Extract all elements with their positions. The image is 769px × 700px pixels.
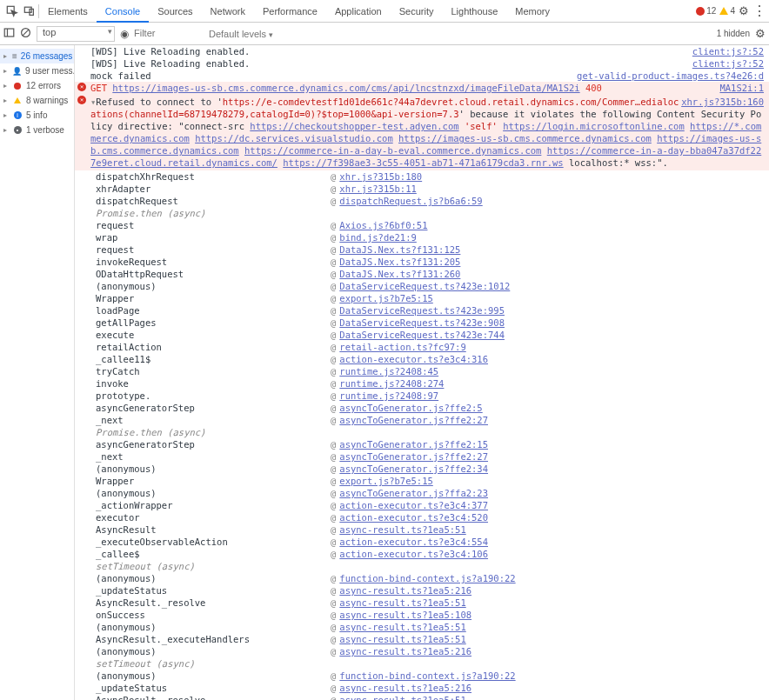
csp-origin-link[interactable]: https://commerce-in-a-day-b-eval.commerc… <box>244 145 541 156</box>
request-url[interactable]: https://images-us-sb.cms.commerce.dynami… <box>112 83 579 93</box>
source-link[interactable]: get-valid-product-images.ts?4e26:d <box>577 70 764 81</box>
sidebar-item-user[interactable]: ▸9 user mess... <box>0 63 74 78</box>
frame-location-link[interactable]: async-result.ts?1ea5:216 <box>339 585 471 596</box>
frame-location-link[interactable]: DataServiceRequest.ts?423e:1012 <box>339 281 510 291</box>
sidebar-item-info[interactable]: ▸i5 info <box>0 108 74 123</box>
frame-location-link[interactable]: async-result.ts?1ea5:51 <box>339 597 465 608</box>
frame-location-link[interactable]: asyncToGenerator.js?ffe2:27 <box>339 451 488 462</box>
stack-frame: Wrapper@export.js?b7e5:15 <box>75 292 769 304</box>
user-icon <box>12 67 22 76</box>
frame-location-link[interactable]: DataJS.Nex.ts?f131:125 <box>339 244 460 255</box>
frame-location-link[interactable]: async-result.ts?1ea5:51 <box>339 622 465 632</box>
frame-location-link[interactable]: async-result.ts?1ea5:51 <box>339 634 465 644</box>
frame-location-link[interactable]: action-executor.ts?e3c4:316 <box>339 354 488 364</box>
sidebar-item-verbose[interactable]: ▸•1 verbose <box>0 123 74 137</box>
inspect-icon[interactable] <box>3 3 21 20</box>
tab-sources[interactable]: Sources <box>149 0 201 23</box>
frame-location-link[interactable]: function-bind-context.js?a190:22 <box>339 573 515 583</box>
tab-application[interactable]: Application <box>326 0 391 23</box>
sidebar-item-error[interactable]: ▸12 errors <box>0 78 74 93</box>
svg-rect-1 <box>24 7 31 12</box>
csp-origin-link[interactable]: https://login.microsoftonline.com <box>503 121 685 131</box>
source-link[interactable]: MA1S2i:1 <box>719 83 764 93</box>
frame-location-link[interactable]: action-executor.ts?e3c4:520 <box>339 512 488 523</box>
frame-location-link[interactable]: asyncToGenerator.js?ffa2:23 <box>339 488 488 498</box>
tab-console[interactable]: Console <box>97 0 149 23</box>
log-row: [WDS] Live Reloading enabled.client:js?:… <box>75 57 769 70</box>
frame-location-link[interactable]: action-executor.ts?e3c4:106 <box>339 549 488 559</box>
sidebar-item-label: 12 errors <box>26 81 61 90</box>
at-icon: @ <box>331 524 336 535</box>
at-icon: @ <box>331 354 336 364</box>
at-icon: @ <box>331 232 336 243</box>
at-icon: @ <box>331 646 336 657</box>
frame-location-link[interactable]: retail-action.ts?fc97:9 <box>339 342 465 352</box>
frame-location-link[interactable]: bind.js?de21:9 <box>339 232 417 243</box>
frame-location-link[interactable]: action-executor.ts?e3c4:377 <box>339 500 488 510</box>
clear-console-icon[interactable] <box>20 27 31 40</box>
frame-location-link[interactable]: action-executor.ts?e3c4:554 <box>339 537 488 547</box>
stack-frame: dispatchRequest@dispatchRequest.js?b6a6:… <box>75 195 769 207</box>
frame-location-link[interactable]: runtime.js?2408:45 <box>339 366 438 377</box>
live-expression-icon[interactable]: ◉ <box>120 28 129 40</box>
frame-location-link[interactable]: function-bind-context.js?a190:22 <box>339 670 515 681</box>
source-link[interactable]: client:js?:52 <box>692 58 764 69</box>
filter-input[interactable] <box>134 28 204 39</box>
tab-performance[interactable]: Performance <box>254 0 326 23</box>
frame-location-link[interactable]: DataJS.Nex.ts?f131:260 <box>339 269 460 279</box>
frame-location-link[interactable]: runtime.js?2408:97 <box>339 390 438 401</box>
csp-origin-link[interactable]: https://images-us-sb.cms.commerce.dynami… <box>398 133 652 143</box>
frame-location-link[interactable]: DataServiceRequest.ts?423e:908 <box>339 317 505 328</box>
device-toggle-icon[interactable] <box>21 3 38 20</box>
at-icon: @ <box>331 476 336 486</box>
context-dropdown[interactable]: top <box>37 26 115 42</box>
frame-location-link[interactable]: async-result.ts?1ea5:108 <box>339 610 471 620</box>
frame-location-link[interactable]: async-result.ts?1ea5:216 <box>339 646 471 657</box>
sidebar-item-warning[interactable]: ▸8 warnings <box>0 93 74 108</box>
warning-count[interactable]: 4 <box>719 6 735 16</box>
frame-location-link[interactable]: DataServiceRequest.ts?423e:744 <box>339 330 505 340</box>
stack-frame: AsyncResult._resolve@async-result.ts?1ea… <box>75 597 769 609</box>
stack-frame: asyncGeneratorStep@asyncToGenerator.js?f… <box>75 402 769 414</box>
frame-location-link[interactable]: xhr.js?315b:180 <box>339 171 422 182</box>
error-count[interactable]: 12 <box>696 6 716 16</box>
sidebar-item-messages[interactable]: ▸≡26 messages <box>0 49 74 63</box>
frame-location-link[interactable]: async-result.ts?1ea5:51 <box>339 524 465 535</box>
stack-frame: AsyncResult@async-result.ts?1ea5:51 <box>75 523 769 536</box>
tab-memory[interactable]: Memory <box>506 0 558 23</box>
frame-location-link[interactable]: DataServiceRequest.ts?423e:995 <box>339 305 505 316</box>
frame-location-link[interactable]: dispatchRequest.js?b6a6:59 <box>339 196 482 206</box>
frame-location-link[interactable]: export.js?b7e5:15 <box>339 293 432 303</box>
levels-dropdown[interactable]: Default levels <box>209 29 273 39</box>
frame-location-link[interactable]: Axios.js?6bf0:51 <box>339 220 427 230</box>
frame-location-link[interactable]: asyncToGenerator.js?ffe2:5 <box>339 403 482 413</box>
frame-location-link[interactable]: export.js?b7e5:15 <box>339 476 432 486</box>
frame-location-link[interactable]: xhr.js?315b:11 <box>339 183 417 194</box>
tab-security[interactable]: Security <box>391 0 443 23</box>
at-icon: @ <box>331 305 336 316</box>
frame-location-link[interactable]: asyncToGenerator.js?ffe2:27 <box>339 415 488 425</box>
csp-origin-link[interactable]: https://dc.services.visualstudio.com <box>195 133 393 143</box>
at-icon: @ <box>331 378 336 389</box>
console-settings-icon[interactable]: ⚙ <box>755 27 766 40</box>
more-icon[interactable]: ⋮ <box>752 3 766 19</box>
tab-lighthouse[interactable]: Lighthouse <box>442 0 506 23</box>
hidden-count[interactable]: 1 hidden <box>717 29 750 38</box>
sidebar-item-label: 1 verbose <box>26 125 64 135</box>
stack-frame: _next@asyncToGenerator.js?ffe2:27 <box>75 450 769 463</box>
sidebar-toggle-icon[interactable] <box>3 27 15 40</box>
frame-location-link[interactable]: async-result.ts?1ea5:51 <box>339 695 465 700</box>
frame-location-link[interactable]: runtime.js?2408:274 <box>339 378 444 389</box>
frame-location-link[interactable]: asyncToGenerator.js?ffe2:15 <box>339 439 488 450</box>
at-icon: @ <box>331 220 336 230</box>
settings-icon[interactable]: ⚙ <box>739 4 749 17</box>
frame-location-link[interactable]: async-result.ts?1ea5:216 <box>339 683 471 693</box>
tab-elements[interactable]: Elements <box>39 0 97 23</box>
frame-location-link[interactable]: DataJS.Nex.ts?f131:205 <box>339 257 460 267</box>
tab-network[interactable]: Network <box>202 0 254 23</box>
frame-location-link[interactable]: asyncToGenerator.js?ffe2:34 <box>339 463 488 474</box>
source-link[interactable]: client:js?:52 <box>692 46 764 57</box>
source-link[interactable]: xhr.js?315b:160 <box>681 97 764 107</box>
csp-origin-link[interactable]: https://checkoutshopper-test.adyen.com <box>250 121 458 131</box>
csp-origin-link[interactable]: https://7f398ae3-3c55-4051-ab71-471a6179… <box>283 157 563 168</box>
